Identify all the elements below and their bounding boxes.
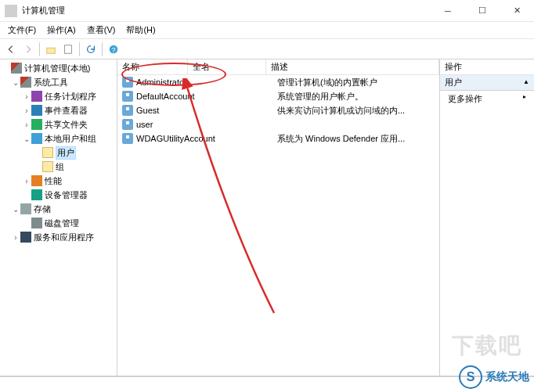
tools-icon <box>20 77 31 88</box>
maximize-button[interactable]: ☐ <box>465 0 500 21</box>
user-icon <box>122 133 133 144</box>
tree-devmgr[interactable]: 设备管理器 <box>0 188 117 202</box>
tree-users[interactable]: 用户 <box>0 146 117 160</box>
storage-icon <box>20 203 31 214</box>
folder-icon <box>42 161 53 172</box>
content-area: 计算机管理(本地) ⌄系统工具 ›任务计划程序 ›事件查看器 ›共享文件夹 ⌄本… <box>0 59 534 376</box>
list-item[interactable]: DefaultAccount系统管理的用户帐户。 <box>117 89 439 103</box>
properties-button[interactable] <box>60 41 76 57</box>
up-button[interactable] <box>43 41 59 57</box>
services-icon <box>20 232 31 243</box>
user-icon <box>122 77 133 88</box>
perf-icon <box>31 175 42 186</box>
tree-groups[interactable]: 组 <box>0 160 117 174</box>
tree-diskmgr[interactable]: 磁盘管理 <box>0 216 117 230</box>
tree-event[interactable]: ›事件查看器 <box>0 103 117 117</box>
user-icon <box>122 91 133 102</box>
col-fullname[interactable]: 全名 <box>188 59 266 74</box>
menu-view[interactable]: 查看(V) <box>82 23 121 38</box>
forward-button[interactable] <box>20 41 36 57</box>
tree-systools[interactable]: ⌄系统工具 <box>0 75 117 89</box>
refresh-button[interactable] <box>83 41 99 57</box>
actions-pane: 操作 用户▲ 更多操作▸ <box>440 59 534 376</box>
site-logo: S 系统天地 <box>459 365 529 389</box>
user-icon <box>122 119 133 130</box>
device-icon <box>31 189 42 200</box>
tree-services[interactable]: ›服务和应用程序 <box>0 230 117 244</box>
svg-text:?: ? <box>111 45 115 53</box>
statusbar <box>0 376 534 392</box>
logo-icon: S <box>459 365 482 389</box>
list-item[interactable]: WDAGUtilityAccount系统为 Windows Defender 应… <box>117 131 439 146</box>
app-icon <box>5 5 17 17</box>
list-item[interactable]: user <box>117 117 439 131</box>
share-icon <box>31 119 42 130</box>
svg-rect-1 <box>65 45 72 53</box>
window-title: 计算机管理 <box>22 5 431 16</box>
col-name[interactable]: 名称 <box>117 59 188 74</box>
computer-icon <box>11 63 22 74</box>
collapse-icon: ▲ <box>523 78 529 85</box>
tree-task[interactable]: ›任务计划程序 <box>0 89 117 103</box>
tree-root[interactable]: 计算机管理(本地) <box>0 61 117 75</box>
tree-localusers[interactable]: ⌄本地用户和组 <box>0 131 117 146</box>
list-item[interactable]: Administrator管理计算机(域)的内置帐户 <box>117 75 439 89</box>
titlebar: 计算机管理 ─ ☐ ✕ <box>0 0 534 22</box>
toolbar: ? <box>0 39 534 59</box>
menu-help[interactable]: 帮助(H) <box>121 23 160 38</box>
user-icon <box>122 105 133 116</box>
disk-icon <box>31 218 42 228</box>
menubar: 文件(F) 操作(A) 查看(V) 帮助(H) <box>0 22 534 39</box>
users-group-icon <box>31 133 42 144</box>
menu-file[interactable]: 文件(F) <box>3 23 41 38</box>
logo-text: 系统天地 <box>485 370 529 384</box>
close-button[interactable]: ✕ <box>500 0 534 21</box>
actions-category[interactable]: 用户▲ <box>440 75 534 91</box>
tree-storage[interactable]: ⌄存储 <box>0 202 117 216</box>
menu-action[interactable]: 操作(A) <box>42 23 81 38</box>
col-desc[interactable]: 描述 <box>266 59 439 74</box>
event-icon <box>31 105 42 116</box>
help-button[interactable]: ? <box>106 41 121 57</box>
tree-perf[interactable]: ›性能 <box>0 174 117 188</box>
list-pane: 名称 全名 描述 Administrator管理计算机(域)的内置帐户 Defa… <box>117 59 440 376</box>
tree-pane: 计算机管理(本地) ⌄系统工具 ›任务计划程序 ›事件查看器 ›共享文件夹 ⌄本… <box>0 59 117 376</box>
task-icon <box>31 91 42 102</box>
actions-more-link[interactable]: 更多操作▸ <box>440 91 534 107</box>
back-button[interactable] <box>3 41 19 57</box>
folder-icon <box>42 147 53 158</box>
tree-shared[interactable]: ›共享文件夹 <box>0 117 117 131</box>
list-item[interactable]: Guest供来宾访问计算机或访问域的内... <box>117 103 439 117</box>
actions-header: 操作 <box>440 59 534 75</box>
minimize-button[interactable]: ─ <box>431 0 465 21</box>
list-header: 名称 全名 描述 <box>117 59 439 75</box>
svg-rect-0 <box>47 48 56 53</box>
